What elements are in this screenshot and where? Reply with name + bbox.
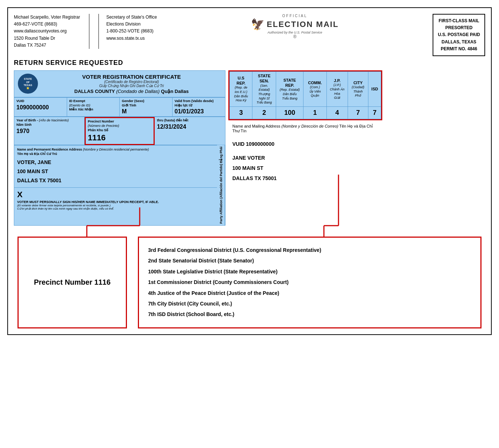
district-table-value-row: 3 2 100 1 4 7 7 — [230, 106, 381, 119]
card-fields-row2: Year of Birth - (Año de Nacimiento) Năm … — [14, 117, 225, 145]
valid-from-value: 01/01/2023 — [175, 108, 223, 115]
gender-label: Gender (Sexo) Giới Tính — [122, 99, 170, 108]
county-spanish: (Condado de Dallas) — [116, 89, 159, 94]
signature-area: X VOTER MUST PERSONALLY SIGN HIS/HER NAM… — [14, 187, 217, 213]
mailing-name: JANE VOTER — [232, 153, 377, 163]
registrar-website: www.dallascountyvotes.org — [14, 28, 80, 35]
district-line-5: 4th Justice of the Peace District (Justi… — [148, 288, 471, 299]
mailing-address1: 100 MAIN ST — [232, 163, 377, 173]
party-label: Party Affiliation (Afiliación del Partid… — [219, 147, 223, 224]
card-and-table-row: STATEOFTEXAS⭐ VOTER REGISTRATION CERTIFI… — [14, 70, 382, 226]
mail-presorted: PRESORTED — [438, 24, 480, 31]
voter-registration-card: STATEOFTEXAS⭐ VOTER REGISTRATION CERTIFI… — [14, 70, 225, 226]
gender-vietnamese: Giới Tính — [122, 104, 136, 107]
vuid-value: 1090000000 — [16, 104, 65, 111]
sos-division: Elections Division — [106, 21, 157, 28]
county-vietnamese: Quận Dallas — [161, 89, 189, 94]
address-content: Name and Permanent Residence Address (No… — [14, 145, 217, 225]
city-value: 7 — [348, 106, 368, 119]
card-subtitle-spanish: (Certificado de Registro Electoral) — [42, 80, 221, 84]
isd-value: 7 — [368, 106, 381, 119]
id-exempt-spanish: (Exento de ID) — [69, 104, 90, 107]
signature-notice: VOTER MUST PERSONALLY SIGN HIS/HER NAME … — [17, 200, 214, 204]
mail-paid: U.S. POSTAGE PAID — [438, 31, 480, 38]
mailing-content: VUID 1090000000 JANE VOTER 100 MAIN ST D… — [232, 139, 377, 183]
id-exempt-vietnamese: Miễn Xác Nhận — [69, 108, 93, 111]
sos-info: Secretary of State's Office Elections Di… — [98, 14, 157, 49]
voter-address: VOTER, JANE 100 MAIN ST DALLAS TX 75001 — [17, 158, 214, 186]
valid-from-vietnamese: Hiệu lực từ — [175, 104, 192, 107]
registrar-info: Michael Scarpello, Voter Registrar 469-6… — [14, 14, 80, 49]
jp-value: 4 — [326, 106, 348, 119]
registrar-name: Michael Scarpello, Voter Registrar — [14, 14, 80, 21]
district-line-7: 7th ISD District (School Board, etc.) — [148, 309, 471, 320]
district-table-header-row: U.S REP. (Rep. de ios E.U.) Dân Biểu Hoa… — [230, 71, 381, 106]
district-line-3: 100th State Legislative District (State … — [148, 266, 471, 277]
district-line-2: 2nd State Senatorial District (State Sen… — [148, 256, 471, 266]
district-table: U.S REP. (Rep. de ios E.U.) Dân Biểu Hoa… — [229, 71, 381, 119]
col-comm: COMM. (Com.) Ủy Viên Quận — [303, 71, 327, 106]
bottom-section: Precinct Number 1116 3rd Federal Congres… — [14, 237, 485, 328]
vertical-divider — [89, 14, 89, 49]
header-section: Michael Scarpello, Voter Registrar 469-6… — [14, 14, 485, 56]
signature-notice-vietnamese: Cử tri phải đích thân ký tên của mình ng… — [17, 207, 214, 210]
mailing-section: Name and Mailing Address (Nombre y Direc… — [227, 120, 382, 187]
party-affiliation-sidebar: Party Affiliation (Afiliación del Partid… — [217, 145, 225, 225]
col-state-sen: STATE SEN. (Sen. Estatal) Thượng Nghi Sĩ… — [252, 71, 276, 106]
precinct-box-label: Precinct Number 1116 — [34, 278, 111, 287]
card-county: DALLAS COUNTY (Condado de Dallas) Quận D… — [42, 89, 221, 94]
valid-thru-value: 12/31/2024 — [157, 124, 223, 130]
state-sen-value: 2 — [252, 106, 276, 119]
state-seal: STATEOFTEXAS⭐ — [18, 74, 38, 94]
signature-notice-spanish: (El votante debe firmar esta tarjeta per… — [17, 204, 214, 207]
election-mail-row: 🦅 ELECTION MAIL — [251, 18, 339, 31]
card-main-title: VOTER REGISTRATION CERTIFICATE — [42, 74, 221, 80]
col-jp: J.P. (J.P.) Chánh Án Hòa Giải — [326, 71, 348, 106]
registered-symbol: ® — [251, 34, 339, 39]
id-exempt-cell: ID Exempt (Exento de ID) Miễn Xác Nhận — [67, 98, 120, 117]
card-title-block: VOTER REGISTRATION CERTIFICATE (Certific… — [42, 74, 221, 94]
mailing-city: DALLAS TX 75001 — [232, 173, 377, 183]
right-column: U.S REP. (Rep. de ios E.U.) Dân Biểu Hoa… — [227, 70, 382, 187]
col-isd: ISD — [368, 71, 381, 106]
gender-value: M — [122, 108, 170, 115]
authorized-text: Authorized by the U.S. Postal Service — [251, 31, 339, 34]
main-content: STATEOFTEXAS⭐ VOTER REGISTRATION CERTIFI… — [14, 70, 485, 226]
voter-address1: 100 MAIN ST — [17, 167, 214, 176]
comm-value: 1 — [303, 106, 327, 119]
yob-label: Year of Birth - (Año de Nacimiento) Năm … — [16, 118, 82, 127]
precinct-number-box: Precinct Number 1116 — [18, 237, 127, 328]
official-mail-logo: OFFICIAL 🦅 ELECTION MAIL Authorized by t… — [251, 14, 339, 39]
county-name: DALLAS COUNTY — [74, 89, 115, 94]
seal-text: STATEOFTEXAS⭐ — [24, 78, 32, 90]
valid-from-label: Valid from (Valido desde) Hiệu lực từ — [175, 99, 223, 108]
col-state-rep: STATE REP. (Rep. Estatal) Dân Biểu Tiểu … — [276, 71, 303, 106]
valid-thru-label: thru (hasta) đến hết — [157, 118, 223, 123]
vuid-label: VUID — [16, 99, 65, 104]
signature-x: X — [17, 190, 214, 199]
voter-name: VOTER, JANE — [17, 158, 214, 167]
district-line-4: 1st Commissioner District (County Commis… — [148, 277, 471, 288]
precinct-cell: Precinct Number (Número de Precinto) Phâ… — [85, 117, 155, 145]
district-line-1: 3rd Federal Congressional District (U.S.… — [148, 245, 471, 256]
mailing-label: Name and Mailing Address (Nombre y Direc… — [232, 124, 377, 133]
header-left-group: Michael Scarpello, Voter Registrar 469-6… — [14, 14, 157, 49]
registrar-address: 1520 Round Table Dr — [14, 35, 80, 42]
election-mail-label: ELECTION MAIL — [267, 20, 339, 29]
state-rep-value: 100 — [276, 106, 303, 119]
postage-box: FIRST-CLASS MAIL PRESORTED U.S. POSTAGE … — [433, 14, 485, 56]
district-line-6: 7th City District (City Council, etc.) — [148, 299, 471, 309]
sos-website: www.sos.state.tx.us — [106, 35, 157, 42]
precinct-label: Precinct Number (Número de Precinto) Phâ… — [88, 120, 152, 132]
residence-address: Name and Permanent Residence Address (No… — [14, 145, 217, 187]
document-container: Michael Scarpello, Voter Registrar 469-6… — [7, 7, 492, 335]
valid-thru-cell: thru (hasta) đến hết 12/31/2024 — [155, 117, 225, 145]
left-section: STATEOFTEXAS⭐ VOTER REGISTRATION CERTIFI… — [14, 70, 382, 226]
card-fields-row1: VUID 1090000000 ID Exempt (Exento de ID)… — [14, 97, 225, 117]
card-subtitle-vietnamese: Giấy Chứng Nhận Ghi Danh Của Cử Tri — [42, 84, 221, 88]
district-table-container: U.S REP. (Rep. de ios E.U.) Dân Biểu Hoa… — [228, 70, 382, 120]
return-service-row: RETURN SERVICE REQUESTED — [14, 59, 485, 67]
gender-cell: Gender (Sexo) Giới Tính M — [120, 98, 173, 117]
mail-class: FIRST-CLASS MAIL — [438, 17, 480, 24]
precinct-value: 1116 — [88, 133, 152, 143]
